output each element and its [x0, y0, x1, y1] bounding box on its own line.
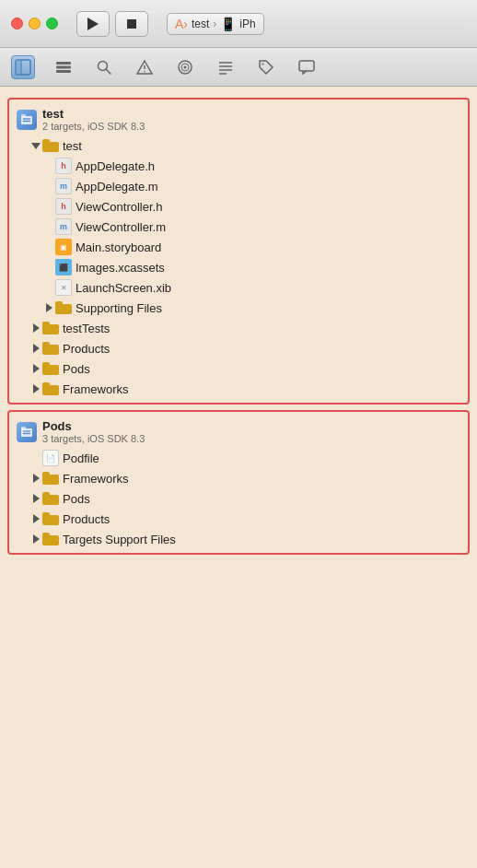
- targets-support-folder-icon: [42, 531, 59, 547]
- search-icon[interactable]: [92, 55, 116, 79]
- appdelegate-m-label: AppDelegate.m: [76, 180, 158, 194]
- supporting-files-disclosure[interactable]: [42, 301, 55, 314]
- close-button[interactable]: [11, 18, 23, 29]
- svg-rect-5: [56, 70, 71, 73]
- list-icon[interactable]: [214, 55, 238, 79]
- scheme-separator: ›: [213, 18, 216, 30]
- supporting-files-item[interactable]: Supporting Files: [9, 298, 468, 318]
- pods-project-header[interactable]: Pods 3 targets, iOS SDK 8.3: [9, 416, 468, 448]
- device-icon: 📱: [220, 17, 236, 31]
- targets-support-label: Targets Support Files: [63, 533, 176, 546]
- chat-icon[interactable]: [295, 55, 319, 79]
- testTests-folder-icon: [42, 320, 59, 336]
- scheme-selector[interactable]: A› test › 📱 iPh: [167, 13, 264, 35]
- test-folder-icon: [42, 137, 59, 154]
- main-storyboard-icon: ▣: [55, 239, 72, 255]
- products-1-folder-icon: [42, 340, 59, 357]
- device-label: iPh: [239, 18, 255, 30]
- viewcontroller-h-label: ViewController.h: [76, 200, 162, 214]
- navigator-icon[interactable]: [11, 55, 35, 79]
- svg-rect-1: [16, 60, 21, 75]
- appdelegate-h-label: AppDelegate.h: [76, 159, 155, 173]
- tag-icon[interactable]: [254, 55, 278, 79]
- play-icon: [87, 18, 99, 30]
- svg-rect-4: [56, 65, 71, 68]
- frameworks-1-disclosure[interactable]: [29, 382, 42, 395]
- podfile-icon: 📄: [42, 450, 59, 466]
- products-1-disclosure[interactable]: [29, 342, 42, 355]
- frameworks-pods-disclosure[interactable]: [29, 472, 42, 485]
- stop-icon: [127, 19, 136, 29]
- stop-button[interactable]: [115, 11, 148, 37]
- svg-rect-23: [21, 114, 26, 117]
- podfile-item[interactable]: 📄 Podfile: [9, 448, 468, 468]
- supporting-files-folder-icon: [55, 299, 72, 316]
- test-folder-item[interactable]: test: [9, 135, 468, 156]
- products-pods-item[interactable]: Products: [9, 509, 468, 529]
- pods-1-folder-icon: [42, 360, 59, 377]
- targets-support-disclosure[interactable]: [29, 533, 42, 545]
- frameworks-1-label: Frameworks: [63, 382, 129, 396]
- testTests-item[interactable]: testTests: [9, 318, 468, 338]
- frameworks-1-folder-icon: [42, 381, 59, 397]
- supporting-files-label: Supporting Files: [76, 301, 162, 315]
- pods-group-item[interactable]: Pods: [9, 488, 468, 509]
- testTests-disclosure[interactable]: [29, 322, 42, 334]
- appdelegate-m-item[interactable]: m AppDelegate.m: [9, 176, 468, 196]
- svg-point-10: [144, 70, 145, 72]
- images-xcassets-label: Images.xcassets: [76, 261, 165, 275]
- products-1-item[interactable]: Products: [9, 338, 468, 358]
- svg-point-13: [184, 65, 187, 68]
- viewcontroller-m-item[interactable]: m ViewController.m: [9, 217, 468, 237]
- run-button[interactable]: [76, 11, 110, 37]
- pods-group-folder-icon: [42, 490, 59, 507]
- svg-rect-20: [21, 116, 32, 124]
- podfile-label: Podfile: [63, 452, 99, 465]
- traffic-lights: [11, 18, 58, 29]
- targets-support-item[interactable]: Targets Support Files: [9, 529, 468, 549]
- svg-rect-24: [21, 428, 32, 437]
- frameworks-pods-folder-icon: [42, 470, 59, 487]
- maximize-button[interactable]: [46, 18, 58, 29]
- viewcontroller-h-item[interactable]: h ViewController.h: [9, 196, 468, 217]
- images-xcassets-item[interactable]: ⬛ Images.xcassets: [9, 257, 468, 277]
- pods-group-disclosure[interactable]: [29, 492, 42, 505]
- test-project-info: test 2 targets, iOS SDK 8.3: [42, 107, 145, 132]
- titlebar-controls: [76, 11, 148, 37]
- products-pods-label: Products: [63, 512, 110, 526]
- frameworks-pods-item[interactable]: Frameworks: [9, 468, 468, 488]
- svg-line-7: [106, 69, 111, 74]
- viewcontroller-m-label: ViewController.m: [76, 220, 166, 234]
- products-pods-folder-icon: [42, 510, 59, 527]
- test-folder-disclosure[interactable]: [29, 139, 42, 152]
- scheme-icon: A›: [175, 17, 188, 31]
- hierarchy-icon[interactable]: [52, 55, 76, 79]
- launchscreen-xib-label: LaunchScreen.xib: [76, 281, 171, 295]
- appdelegate-h-item[interactable]: h AppDelegate.h: [9, 156, 468, 176]
- launchscreen-xib-icon: ✕: [55, 279, 72, 296]
- toolbar: [0, 48, 477, 87]
- pods-project-subtitle: 3 targets, iOS SDK 8.3: [42, 433, 145, 444]
- frameworks-1-item[interactable]: Frameworks: [9, 379, 468, 399]
- pods-1-disclosure[interactable]: [29, 362, 42, 375]
- launchscreen-xib-item[interactable]: ✕ LaunchScreen.xib: [9, 277, 468, 298]
- main-storyboard-label: Main.storyboard: [76, 240, 161, 254]
- test-project-subtitle: 2 targets, iOS SDK 8.3: [42, 121, 145, 132]
- images-xcassets-icon: ⬛: [55, 259, 72, 276]
- svg-rect-19: [299, 61, 314, 71]
- target-icon[interactable]: [173, 55, 197, 79]
- test-project-group: test 2 targets, iOS SDK 8.3 test h AppDe…: [7, 98, 470, 405]
- pods-project-title: Pods: [42, 419, 145, 433]
- main-storyboard-item[interactable]: ▣ Main.storyboard: [9, 237, 468, 257]
- frameworks-pods-label: Frameworks: [63, 472, 129, 486]
- pods-1-item[interactable]: Pods: [9, 358, 468, 379]
- pods-group-label: Pods: [63, 492, 90, 506]
- warning-icon[interactable]: [133, 55, 157, 79]
- svg-point-18: [262, 63, 264, 65]
- pods-1-label: Pods: [63, 362, 90, 376]
- minimize-button[interactable]: [29, 18, 41, 29]
- products-1-label: Products: [63, 342, 110, 356]
- products-pods-disclosure[interactable]: [29, 512, 42, 525]
- appdelegate-m-icon: m: [55, 178, 72, 194]
- test-project-header[interactable]: test 2 targets, iOS SDK 8.3: [9, 103, 468, 135]
